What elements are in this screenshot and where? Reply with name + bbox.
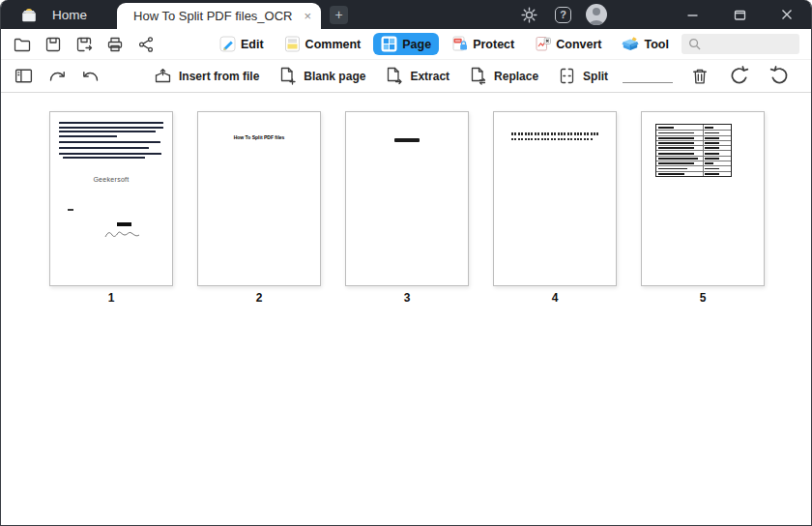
tab-protect-label: Protect [473, 38, 514, 51]
redo-icon[interactable] [45, 65, 69, 88]
tab-page[interactable]: Page [373, 33, 439, 55]
tab-edit-label: Edit [241, 38, 264, 51]
tab-convert[interactable]: Convert [527, 33, 609, 55]
help-icon[interactable]: ? [555, 7, 571, 23]
toolbox-icon [622, 36, 639, 52]
heading-text-block [394, 138, 420, 142]
page-item-1: Geekersoft 1 [49, 111, 173, 305]
page-actions: Insert from file Blank page Extract [153, 66, 608, 86]
search-input[interactable] [705, 38, 799, 51]
titlebar-right: ? [520, 4, 811, 25]
tab-comment-label: Comment [305, 38, 362, 51]
print-icon[interactable] [105, 35, 125, 54]
close-tab-icon[interactable]: × [304, 10, 312, 22]
page-item-5: 5 [641, 111, 765, 305]
blank-page-icon [277, 66, 298, 86]
blank-page-button[interactable]: Blank page [277, 66, 365, 86]
rotate-right-icon[interactable] [766, 63, 793, 90]
protect-lock-icon [451, 36, 468, 52]
page-toolbar: Insert from file Blank page Extract [1, 60, 811, 93]
user-avatar[interactable] [586, 4, 607, 25]
save-as-icon[interactable] [74, 35, 94, 54]
comment-icon [284, 36, 301, 52]
undo-icon[interactable] [79, 65, 102, 88]
brand-text: Geekersoft [50, 176, 172, 183]
paragraph-text-block [59, 122, 163, 161]
page-number: 3 [345, 291, 469, 305]
page-toolbar-left [12, 65, 102, 88]
page-item-4: 4 [493, 111, 617, 305]
file-actions [13, 35, 156, 54]
ribbon-tabs: Edit Comment Page [212, 33, 677, 55]
page-number: 2 [197, 291, 321, 305]
insert-from-file-label: Insert from file [179, 70, 259, 83]
main-toolbar: Edit Comment Page [1, 29, 811, 60]
page-thumbnail-1[interactable]: Geekersoft [49, 111, 173, 286]
page-item-3: 3 [345, 111, 469, 305]
toggle-panel-icon[interactable] [12, 65, 35, 88]
split-button[interactable]: Split [557, 66, 608, 86]
convert-icon [535, 36, 551, 52]
table-block [655, 124, 732, 177]
split-label: Split [583, 70, 608, 83]
search-box[interactable] [682, 34, 799, 54]
tab-page-label: Page [402, 38, 431, 51]
small-text [68, 209, 73, 211]
page-grid-icon [381, 36, 397, 52]
tab-protect[interactable]: Protect [444, 33, 522, 55]
extract-label: Extract [410, 70, 450, 83]
signature [103, 227, 142, 242]
page-thumbnail-2[interactable]: How To Split PDF files [197, 111, 321, 286]
app-window: Home How To Split PDF files_OCR × + ? [0, 0, 812, 526]
stamp [117, 222, 131, 226]
extract-icon [384, 66, 404, 86]
close-window-button[interactable] [779, 7, 795, 22]
page-grid: Geekersoft 1 How To Split PDF files 2 [1, 93, 811, 525]
page-number: 5 [641, 291, 765, 305]
tab-comment[interactable]: Comment [276, 33, 369, 55]
rotate-left-icon[interactable] [725, 63, 752, 90]
text-line [511, 132, 600, 135]
document-tab-title: How To Split PDF files_OCR [133, 9, 292, 23]
settings-gear-icon[interactable] [520, 6, 538, 24]
extract-button[interactable]: Extract [384, 66, 450, 86]
tab-edit[interactable]: Edit [212, 33, 272, 55]
page-thumbnail-4[interactable] [493, 111, 617, 286]
page-thumbnail-5[interactable] [641, 111, 765, 286]
text-line [511, 138, 594, 141]
app-logo-icon [20, 7, 38, 22]
edit-icon [219, 36, 236, 52]
titlebar: Home How To Split PDF files_OCR × + ? [1, 0, 811, 29]
save-icon[interactable] [44, 35, 63, 54]
tab-tool[interactable]: Tool [614, 33, 676, 55]
page-title-text: How To Split PDF files [198, 134, 320, 140]
page-range-input[interactable] [623, 69, 673, 83]
home-menu[interactable]: Home [52, 8, 87, 22]
open-file-icon[interactable] [13, 35, 32, 54]
tab-convert-label: Convert [556, 38, 601, 51]
page-thumbnail-3[interactable] [345, 111, 469, 286]
page-number: 1 [49, 291, 173, 305]
replace-label: Replace [494, 70, 538, 83]
minimize-button[interactable] [684, 7, 700, 22]
tab-tool-label: Tool [644, 38, 668, 51]
maximize-button[interactable] [732, 7, 747, 22]
blank-page-label: Blank page [304, 70, 365, 83]
split-icon [557, 66, 577, 86]
insert-from-file-button[interactable]: Insert from file [153, 66, 259, 86]
replace-button[interactable]: Replace [468, 66, 538, 86]
delete-page-icon[interactable] [688, 65, 711, 88]
page-item-2: How To Split PDF files 2 [197, 111, 321, 305]
document-tab[interactable]: How To Split PDF files_OCR × [117, 3, 321, 29]
share-icon[interactable] [136, 35, 156, 54]
replace-icon [468, 66, 488, 86]
window-controls [684, 7, 811, 22]
search-icon [688, 38, 701, 50]
new-tab-button[interactable]: + [330, 6, 348, 24]
insert-from-file-icon [153, 66, 173, 86]
page-number: 4 [493, 291, 617, 305]
